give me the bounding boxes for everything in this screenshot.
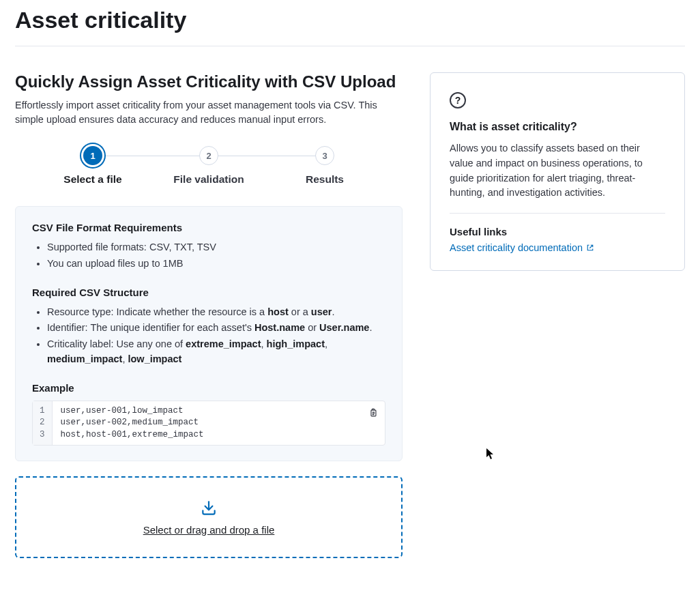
step-label: Select a file (63, 173, 121, 186)
section-title: Quickly Assign Asset Criticality with CS… (15, 72, 403, 91)
card-divider (450, 213, 665, 214)
divider (15, 46, 685, 46)
import-icon (200, 499, 218, 517)
what-body: Allows you to classify assets based on t… (450, 141, 665, 201)
step-number: 1 (83, 146, 102, 165)
supported-formats: Supported file formats: CSV, TXT, TSV (47, 240, 385, 255)
step-label: File validation (173, 173, 244, 186)
page-title: Asset criticality (15, 7, 685, 33)
dropzone-label: Select or drag and drop a file (143, 524, 275, 536)
step-file-validation: 2 File validation (151, 146, 267, 186)
section-subtitle: Effortlessly import asset criticality fr… (15, 98, 403, 127)
structure-identifier: Identifier: The unique identifier for ea… (47, 321, 385, 336)
structure-heading: Required CSV Structure (32, 287, 385, 298)
csv-requirements-panel: CSV File Format Requirements Supported f… (15, 206, 403, 461)
clipboard-icon (368, 408, 378, 418)
step-results: 3 Results (267, 146, 383, 186)
step-select-file: 1 Select a file (35, 146, 151, 186)
question-icon: ? (450, 92, 466, 108)
max-size: You can upload files up to 1MB (47, 257, 385, 272)
step-number: 3 (315, 146, 334, 165)
step-number: 2 (199, 146, 218, 165)
structure-criticality-label: Criticality label: Use any one of extrem… (47, 337, 385, 367)
useful-links-heading: Useful links (450, 226, 665, 237)
example-heading: Example (32, 382, 385, 394)
info-card: ? What is asset criticality? Allows you … (430, 72, 685, 271)
structure-resource-type: Resource type: Indicate whether the reso… (47, 305, 385, 320)
stepper: 1 Select a file 2 File validation 3 Resu… (29, 146, 389, 186)
example-codeblock: 1 2 3 user,user-001,low_impact user,user… (32, 401, 385, 446)
file-dropzone[interactable]: Select or drag and drop a file (15, 476, 403, 558)
what-heading: What is asset criticality? (450, 121, 665, 133)
external-link-icon (586, 244, 594, 252)
documentation-link[interactable]: Asset criticality documentation (450, 242, 594, 253)
code-content: user,user-001,low_impact user,user-002,m… (53, 401, 385, 446)
code-gutter: 1 2 3 (33, 401, 53, 446)
step-label: Results (306, 173, 344, 186)
requirements-heading: CSV File Format Requirements (32, 222, 385, 233)
copy-button[interactable] (366, 405, 381, 420)
